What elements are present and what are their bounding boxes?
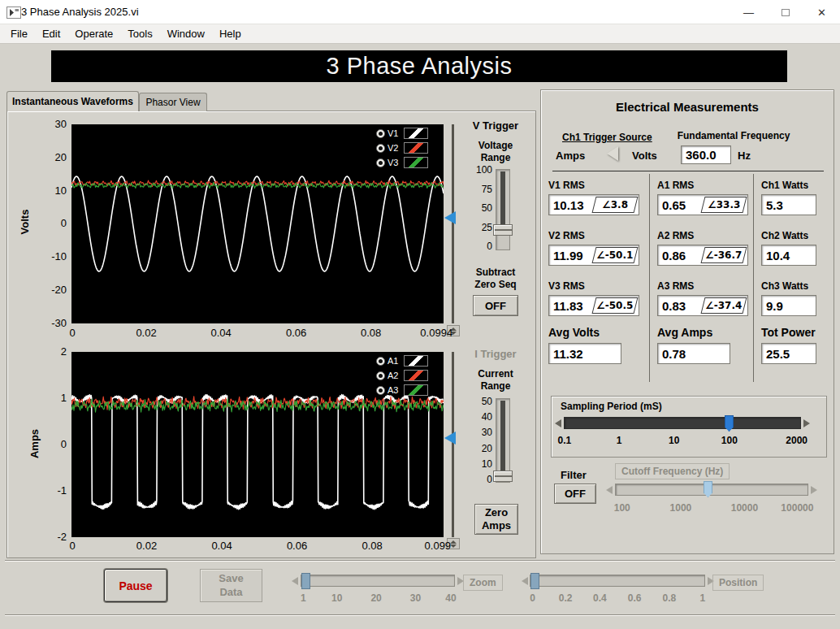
legend-item-a3[interactable]: A3	[376, 383, 428, 397]
position-slider-left-arrow[interactable]	[522, 577, 528, 585]
subtract-zero-seq-button-label: OFF	[485, 300, 506, 312]
switch-pointer-icon	[607, 146, 618, 161]
v-trigger-cursor[interactable]	[444, 211, 456, 224]
v1-line-swatch[interactable]	[404, 128, 428, 139]
scale-tick: 100	[476, 164, 492, 176]
cutoff-slider-left-arrow[interactable]	[606, 486, 613, 494]
v1-rms-number: 10.13	[553, 198, 584, 212]
xtick: 0.08	[362, 540, 382, 552]
save-data-button-label: Save Data	[215, 572, 248, 599]
a2-rms-number: 0.86	[662, 249, 686, 262]
v2-rms-number: 11.99	[553, 249, 583, 262]
zoom-slider-left-arrow[interactable]	[292, 577, 298, 585]
legend-item-v1[interactable]: V1	[376, 126, 428, 141]
measurements-title: Electrical Measurements	[540, 100, 834, 114]
pause-button[interactable]: Pause	[104, 569, 167, 602]
a1-line-swatch[interactable]	[404, 355, 428, 367]
menu-window[interactable]: Window	[160, 25, 212, 42]
scale-tick: 100	[721, 435, 738, 446]
scale-tick: 100	[614, 502, 630, 514]
current-y-ticks: 2 1 0 -1 -2	[41, 345, 67, 543]
filter-off-button[interactable]: OFF	[554, 484, 596, 504]
legend-item-v3[interactable]: V3	[376, 155, 428, 170]
scale-tick: 30	[410, 592, 421, 604]
voltage-legend: V1 V2 V3	[376, 126, 428, 170]
voltage-range-slider[interactable]	[496, 169, 510, 250]
subtract-zero-seq-button[interactable]: OFF	[473, 295, 518, 316]
tab-phasor-view[interactable]: Phasor View	[139, 93, 207, 111]
a2-radio-icon[interactable]	[376, 371, 385, 380]
menu-operate[interactable]: Operate	[67, 25, 120, 42]
i-trigger-track[interactable]	[452, 352, 454, 537]
a3-radio-icon[interactable]	[376, 386, 385, 395]
legend-item-v2[interactable]: V2	[376, 141, 428, 155]
a3-rms-value: 0.83∠-37.4	[657, 295, 748, 316]
position-slider[interactable]	[530, 575, 705, 587]
save-data-button[interactable]: Save Data	[200, 569, 262, 602]
current-x-ticks: 0 0.02 0.04 0.06 0.08 0.099	[71, 540, 444, 551]
current-range-label: Current Range	[473, 368, 518, 393]
a2-line-swatch[interactable]	[404, 370, 428, 381]
sampling-slider-left-arrow[interactable]	[555, 419, 561, 427]
filter-off-button-label: OFF	[565, 488, 586, 500]
scale-tick: 50	[482, 396, 492, 407]
v3-phase-angle: ∠-50.5	[592, 297, 639, 314]
v1-rms-value: 10.13∠3.8	[548, 194, 639, 215]
page-title: 3 Phase Analysis	[327, 53, 513, 80]
v3-line-swatch[interactable]	[404, 157, 428, 168]
a3-line-swatch[interactable]	[404, 384, 428, 396]
maximize-button[interactable]	[767, 0, 803, 24]
v2-rms-value: 11.99∠-50.1	[548, 245, 639, 266]
menu-tools[interactable]: Tools	[120, 25, 159, 42]
i-trigger-cursor[interactable]	[444, 432, 456, 445]
sampling-period-slider[interactable]	[564, 417, 801, 429]
fundamental-frequency-value[interactable]: 360.0	[681, 145, 731, 164]
v2-rms-label: V2 RMS	[548, 230, 585, 241]
v2-radio-icon[interactable]	[376, 144, 385, 153]
ch3-watts-value: 9.9	[761, 295, 816, 316]
legend-item-a1[interactable]: A1	[376, 354, 428, 368]
v1-radio-icon[interactable]	[376, 129, 385, 138]
scale-tick: 100000	[781, 502, 813, 514]
scale-tick: 0	[487, 474, 492, 485]
divider	[753, 174, 754, 382]
menu-file[interactable]: File	[3, 25, 35, 42]
ch1-trigger-source-switch[interactable]	[595, 146, 630, 161]
a1-rms-number: 0.65	[662, 198, 686, 212]
xtick: 0.099	[425, 540, 452, 552]
zero-amps-button[interactable]: Zero Amps	[474, 504, 518, 535]
zoom-thumb[interactable]	[301, 573, 310, 589]
fundamental-frequency-number: 360.0	[686, 148, 717, 162]
current-range-thumb[interactable]	[493, 471, 513, 482]
legend-item-a2[interactable]: A2	[376, 368, 428, 383]
scale-tick: 40	[445, 592, 456, 604]
voltage-range-thumb[interactable]	[493, 224, 513, 236]
minimize-button[interactable]: —	[730, 0, 767, 24]
cutoff-slider-right-arrow[interactable]	[811, 486, 817, 494]
ch2-watts-number: 10.4	[766, 249, 790, 262]
zoom-slider[interactable]	[301, 575, 455, 587]
ytick: -2	[57, 531, 67, 543]
scale-tick: 25	[482, 222, 492, 233]
menu-help[interactable]: Help	[212, 25, 249, 42]
tab-instantaneous-waveforms[interactable]: Instantaneous Waveforms	[6, 91, 139, 111]
close-button[interactable]: ✕	[803, 0, 840, 24]
v3-radio-icon[interactable]	[376, 158, 385, 167]
scale-tick: 75	[482, 184, 492, 195]
scale-tick: 30	[482, 427, 492, 438]
scale-tick: 1000	[670, 502, 692, 514]
scale-tick: 0	[530, 592, 535, 604]
ch1-watts-label: Ch1 Watts	[761, 180, 808, 191]
menu-edit[interactable]: Edit	[35, 25, 67, 42]
trigger-source-amps-label: Amps	[556, 150, 585, 162]
zoom-scale: 1 10 20 30 40	[301, 592, 455, 604]
v2-line-swatch[interactable]	[404, 142, 428, 154]
position-thumb[interactable]	[530, 573, 539, 589]
xtick: 0.08	[361, 327, 381, 339]
tot-power-number: 25.5	[766, 347, 790, 361]
v1-rms-label: V1 RMS	[548, 180, 585, 191]
voltage-range-label: Voltage Range	[473, 140, 518, 164]
scale-tick: 0.1	[557, 435, 571, 446]
a1-radio-icon[interactable]	[376, 357, 385, 366]
sampling-slider-right-arrow[interactable]	[803, 419, 810, 427]
